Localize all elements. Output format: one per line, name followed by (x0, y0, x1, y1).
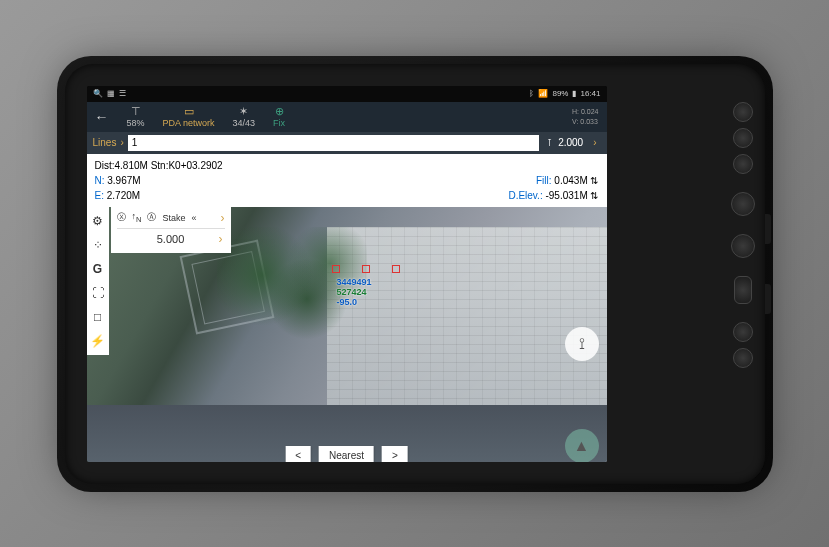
hw-button-2[interactable] (733, 128, 753, 148)
battery-label: 89% (552, 89, 568, 98)
prev-button[interactable]: < (285, 446, 311, 462)
stake-label: Stake (162, 213, 185, 223)
point-marker[interactable] (362, 265, 370, 273)
chevron-right-icon[interactable]: › (221, 211, 225, 225)
fix-status[interactable]: ⊕ Fix (273, 106, 285, 128)
record-button[interactable]: ▲ (565, 429, 599, 462)
building-overlay (327, 227, 607, 407)
app-icon: ▦ (107, 89, 115, 98)
network-label: PDA network (163, 118, 215, 128)
screen: 🔍 ▦ ☰ ᛒ 📶 89% ▮ 16:41 ← ⊤ 58% ▭ PDA netw… (87, 86, 607, 462)
hw-button-power[interactable] (731, 192, 755, 216)
line-input[interactable] (128, 135, 539, 151)
hw-button-3[interactable] (733, 154, 753, 174)
fill-label: Fill: (536, 175, 552, 186)
lines-bar: Lines › ⊺ 2.000 › (87, 132, 607, 154)
v-value: V: 0.033 (572, 117, 598, 126)
fullscreen-icon[interactable]: □ (90, 309, 106, 325)
hw-button-vol-down[interactable] (733, 348, 753, 368)
coord-z: -95.0 (337, 297, 372, 307)
hardware-buttons (731, 102, 755, 368)
tablet-device: 🔍 ▦ ☰ ᛒ 📶 89% ▮ 16:41 ← ⊤ 58% ▭ PDA netw… (65, 64, 765, 484)
flash-icon[interactable]: ⚡ (90, 333, 106, 349)
sats-label: 34/43 (233, 118, 256, 128)
network-status[interactable]: ▭ PDA network (163, 106, 215, 128)
stake-panel: ⓧ ↑N Ⓐ Stake « › 5.000 › (111, 207, 231, 253)
e-label: E: (95, 190, 104, 201)
n-label: N: (95, 175, 105, 186)
clipboard-icon: ▭ (184, 106, 194, 117)
chevron-right-icon[interactable]: › (593, 137, 596, 148)
back-button[interactable]: ← (95, 109, 109, 125)
fix-label: Fix (273, 118, 285, 128)
map-markers (332, 259, 419, 277)
wifi-icon: 📶 (538, 89, 548, 98)
point-marker[interactable] (332, 265, 340, 273)
pole-icon[interactable]: ⊺ (547, 137, 552, 148)
hw-button-scan[interactable] (734, 276, 752, 304)
next-button[interactable]: > (382, 446, 408, 462)
coord-y: 527424 (337, 287, 372, 297)
signal-label: 58% (127, 118, 145, 128)
side-button-1[interactable] (765, 214, 771, 244)
clock: 16:41 (580, 89, 600, 98)
arrow-circle-icon[interactable]: Ⓐ (147, 211, 156, 224)
map-toolbar: ⚙ ⁘ G ⛶ □ ⚡ (87, 207, 109, 355)
map-view[interactable]: ⚙ ⁘ G ⛶ □ ⚡ ⓧ ↑N Ⓐ Stake « › 5.000 › (87, 207, 607, 462)
hw-button-1[interactable] (733, 102, 753, 122)
collapse-icon[interactable]: « (191, 213, 196, 223)
antenna-icon: ⊤ (131, 106, 141, 117)
extent-icon[interactable]: ⛶ (90, 285, 106, 301)
google-icon[interactable]: G (90, 261, 106, 277)
delev-label: D.Elev.: (508, 190, 542, 201)
north-icon: ↑N (132, 211, 142, 224)
bluetooth-icon: ᛒ (529, 89, 534, 98)
coord-x: 3449491 (337, 277, 372, 287)
signal-status[interactable]: ⊤ 58% (127, 106, 145, 128)
search-icon: 🔍 (93, 89, 103, 98)
stake-distance: 5.000 (157, 233, 185, 245)
app-header: ← ⊤ 58% ▭ PDA network ✶ 34/43 ⊕ Fix H: 0… (87, 102, 607, 132)
android-status-bar: 🔍 ▦ ☰ ᛒ 📶 89% ▮ 16:41 (87, 86, 607, 102)
delev-value: -95.031M (545, 190, 587, 201)
point-marker[interactable] (392, 265, 400, 273)
fill-value: 0.043M (554, 175, 587, 186)
side-button-2[interactable] (765, 284, 771, 314)
chevron-right-icon: › (120, 137, 123, 148)
menu-icon: ☰ (119, 89, 126, 98)
coordinate-readout: 3449491 527424 -95.0 (337, 277, 372, 307)
points-icon[interactable]: ⁘ (90, 237, 106, 253)
h-value: H: 0.024 (572, 107, 598, 116)
n-value: 3.967M (107, 175, 140, 186)
nav-buttons: < Nearest > (285, 446, 408, 462)
close-icon[interactable]: ⓧ (117, 211, 126, 224)
stakeout-button[interactable]: ⟟ (565, 327, 599, 361)
dist-stn: Dist:4.810M Stn:K0+03.2902 (95, 158, 599, 173)
nearest-button[interactable]: Nearest (319, 446, 374, 462)
chevron-right-icon[interactable]: › (219, 232, 223, 246)
pole-height: 2.000 (558, 137, 583, 148)
hw-button-home[interactable] (731, 234, 755, 258)
hw-button-vol-up[interactable] (733, 322, 753, 342)
lines-label[interactable]: Lines (93, 137, 117, 148)
target-icon: ⊕ (275, 106, 284, 117)
info-panel: Dist:4.810M Stn:K0+03.2902 N: 3.967M Fil… (87, 154, 607, 207)
e-value: 2.720M (107, 190, 140, 201)
battery-icon: ▮ (572, 89, 576, 98)
satellite-status[interactable]: ✶ 34/43 (233, 106, 256, 128)
precision-readout: H: 0.024 V: 0.033 (572, 107, 598, 125)
satellite-icon: ✶ (239, 106, 248, 117)
settings-icon[interactable]: ⚙ (90, 213, 106, 229)
